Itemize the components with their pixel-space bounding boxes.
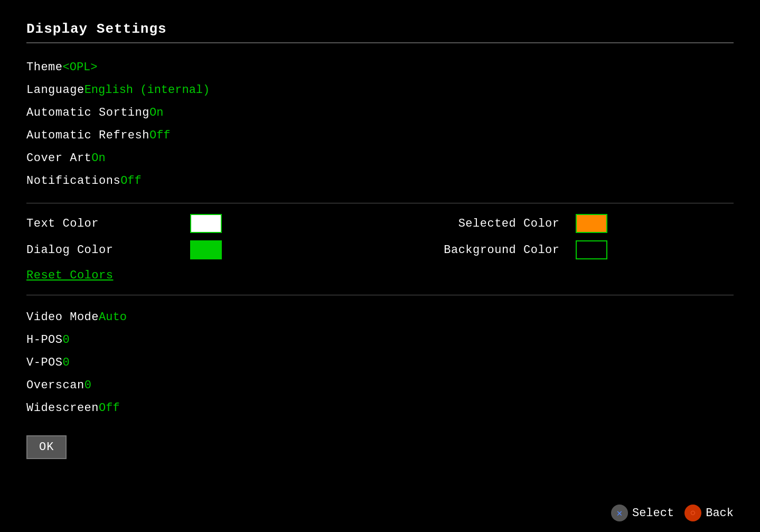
auto-refresh-value[interactable]: Off (149, 127, 171, 144)
select-label: Select (632, 507, 674, 520)
theme-label: Theme (26, 59, 63, 76)
reset-colors-button[interactable]: Reset Colors (26, 267, 113, 284)
text-color-swatch[interactable] (190, 214, 222, 233)
widescreen-label: Widescreen (26, 399, 99, 417)
setting-row-hpos: H-POS 0 (26, 329, 734, 351)
text-color-label: Text Color (26, 217, 174, 230)
setting-row-theme: Theme <OPL> (26, 56, 734, 79)
video-mode-label: Video Mode (26, 309, 99, 326)
setting-row-notifications: Notifications Off (26, 170, 734, 192)
auto-refresh-label: Automatic Refresh (26, 127, 149, 144)
text-color-row: Text Color Selected Color (26, 214, 734, 233)
theme-value[interactable]: <OPL> (63, 59, 98, 76)
page-title: Display Settings (26, 21, 734, 37)
hpos-label: H-POS (26, 331, 63, 349)
background-color-label: Background Color (380, 244, 560, 257)
language-label: Language (26, 81, 85, 99)
x-icon: ✕ (611, 505, 628, 521)
notifications-label: Notifications (26, 172, 120, 190)
dialog-color-swatch[interactable] (190, 240, 222, 259)
hpos-value[interactable]: 0 (63, 331, 70, 349)
o-icon: ○ (684, 505, 701, 521)
selected-color-group: Selected Color (380, 214, 734, 233)
overscan-value[interactable]: 0 (85, 377, 91, 394)
setting-row-language: Language English (internal) (26, 79, 734, 101)
auto-sorting-value[interactable]: On (149, 104, 163, 122)
setting-row-widescreen: Widescreen Off (26, 397, 734, 419)
notifications-value[interactable]: Off (120, 172, 142, 190)
setting-row-overscan: Overscan 0 (26, 374, 734, 397)
vpos-label: V-POS (26, 354, 63, 371)
setting-row-video-mode: Video Mode Auto (26, 306, 734, 329)
widescreen-value[interactable]: Off (99, 399, 120, 417)
back-label: Back (706, 507, 734, 520)
dialog-color-row: Dialog Color Background Color (26, 240, 734, 259)
vpos-value[interactable]: 0 (63, 354, 70, 371)
selected-color-swatch[interactable] (576, 214, 607, 233)
title-divider (26, 42, 734, 43)
cover-art-value[interactable]: On (91, 150, 105, 167)
video-mode-value[interactable]: Auto (99, 309, 127, 326)
setting-row-cover-art: Cover Art On (26, 147, 734, 170)
ok-button[interactable]: OK (26, 435, 67, 459)
auto-sorting-label: Automatic Sorting (26, 104, 149, 122)
setting-row-vpos: V-POS 0 (26, 351, 734, 374)
language-value[interactable]: English (internal) (85, 81, 210, 99)
color-section: Text Color Selected Color Dialog Color B… (26, 214, 734, 284)
dialog-color-label: Dialog Color (26, 244, 174, 257)
section-divider-2 (26, 295, 734, 295)
cover-art-label: Cover Art (26, 150, 91, 167)
bottom-bar: ✕ Select ○ Back (611, 505, 734, 521)
overscan-label: Overscan (26, 377, 85, 394)
background-color-group: Background Color (380, 240, 734, 259)
setting-row-auto-sorting: Automatic Sorting On (26, 101, 734, 124)
back-button[interactable]: ○ Back (684, 505, 734, 521)
video-section: Video Mode Auto H-POS 0 V-POS 0 Overscan… (26, 306, 734, 419)
section-divider-1 (26, 203, 734, 203)
background-color-swatch[interactable] (576, 240, 607, 259)
selected-color-label: Selected Color (380, 217, 560, 230)
setting-row-auto-refresh: Automatic Refresh Off (26, 124, 734, 147)
settings-section: Theme <OPL> Language English (internal) … (26, 56, 734, 192)
select-button[interactable]: ✕ Select (611, 505, 674, 521)
